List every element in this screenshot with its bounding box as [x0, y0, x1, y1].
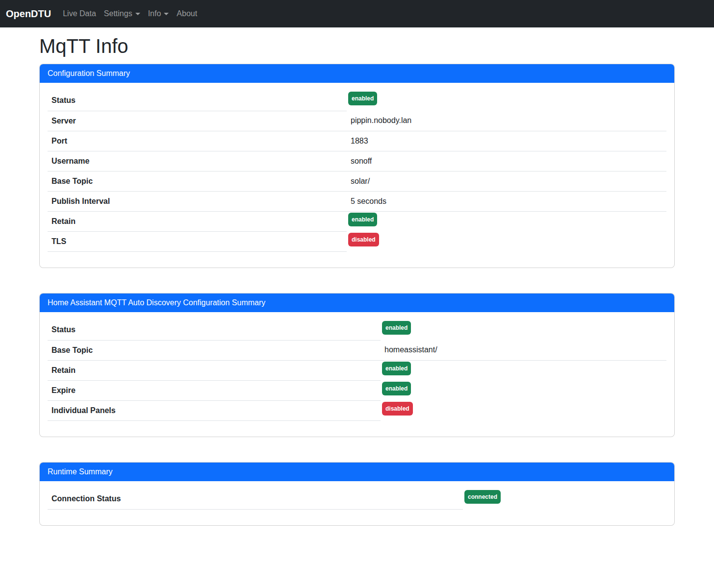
- status-badge: disabled: [348, 233, 379, 246]
- table-row: Port 1883: [48, 131, 666, 151]
- card-body: Status enabled Base Topic homeassistant/…: [40, 312, 674, 437]
- card-header: Configuration Summary: [40, 64, 674, 83]
- runtime-table: Connection Status connected: [48, 489, 666, 510]
- configuration-table: Status enabled Server pippin.nobody.lan …: [48, 91, 666, 252]
- nav-item-settings-label: Settings: [104, 9, 132, 18]
- status-badge: connected: [464, 490, 501, 504]
- table-row: Username sonoff: [48, 151, 666, 171]
- page-title: MqTT Info: [39, 34, 675, 58]
- row-value: enabled: [347, 91, 666, 111]
- nav-item-about[interactable]: About: [173, 5, 201, 22]
- table-row: TLS disabled: [48, 232, 666, 252]
- table-row: Base Topic solar/: [48, 171, 666, 191]
- row-label: Retain: [48, 360, 381, 381]
- card-body: Status enabled Server pippin.nobody.lan …: [40, 83, 674, 268]
- row-value: solar/: [347, 171, 666, 191]
- brand-opendtu[interactable]: OpenDTU: [6, 8, 51, 20]
- row-label: Individual Panels: [48, 401, 381, 421]
- row-label: Base Topic: [48, 340, 381, 360]
- row-value: enabled: [347, 211, 666, 232]
- nav-item-info-label: Info: [148, 9, 161, 18]
- table-row: Individual Panels disabled: [48, 401, 666, 421]
- status-badge: enabled: [348, 92, 377, 105]
- card-configuration-summary: Configuration Summary Status enabled Ser…: [39, 64, 675, 268]
- card-body: Connection Status connected: [40, 481, 674, 525]
- main-container: MqTT Info Configuration Summary Status e…: [39, 34, 675, 526]
- row-value: pippin.nobody.lan: [347, 111, 666, 131]
- row-label: Publish Interval: [48, 191, 347, 211]
- row-label: Base Topic: [48, 171, 347, 191]
- row-value: enabled: [381, 320, 666, 340]
- row-value: 5 seconds: [347, 191, 666, 211]
- table-row: Connection Status connected: [48, 489, 666, 509]
- table-row: Base Topic homeassistant/: [48, 340, 666, 360]
- card-header: Runtime Summary: [40, 463, 674, 481]
- row-value: disabled: [381, 401, 666, 421]
- table-row: Expire enabled: [48, 381, 666, 401]
- navbar: OpenDTU Live Data Settings Info About: [0, 0, 714, 27]
- row-label: Port: [48, 131, 347, 151]
- row-label: Expire: [48, 381, 381, 401]
- table-row: Status enabled: [48, 320, 666, 340]
- row-value: homeassistant/: [381, 340, 666, 360]
- table-row: Publish Interval 5 seconds: [48, 191, 666, 211]
- card-runtime-summary: Runtime Summary Connection Status connec…: [39, 462, 675, 526]
- row-value: enabled: [381, 381, 666, 401]
- table-row: Retain enabled: [48, 211, 666, 232]
- row-value: enabled: [381, 360, 666, 381]
- status-badge: enabled: [382, 382, 411, 395]
- row-label: TLS: [48, 232, 347, 252]
- row-value: disabled: [347, 232, 666, 252]
- nav-item-live-data[interactable]: Live Data: [59, 5, 100, 22]
- table-row: Server pippin.nobody.lan: [48, 111, 666, 131]
- ha-discovery-table: Status enabled Base Topic homeassistant/…: [48, 320, 666, 421]
- status-badge: disabled: [382, 402, 413, 416]
- table-row: Status enabled: [48, 91, 666, 111]
- status-badge: enabled: [348, 213, 377, 226]
- chevron-down-icon: [164, 13, 169, 15]
- card-header: Home Assistant MQTT Auto Discovery Confi…: [40, 294, 674, 312]
- status-badge: enabled: [382, 321, 411, 335]
- row-label: Retain: [48, 211, 347, 232]
- table-row: Retain enabled: [48, 360, 666, 381]
- nav-item-settings-dropdown[interactable]: Settings: [100, 5, 144, 22]
- row-value: connected: [463, 489, 666, 509]
- chevron-down-icon: [135, 13, 140, 15]
- nav-item-info-dropdown[interactable]: Info: [144, 5, 173, 22]
- row-label: Status: [48, 320, 381, 340]
- row-value: 1883: [347, 131, 666, 151]
- row-label: Username: [48, 151, 347, 171]
- navbar-nav: Live Data Settings Info About: [59, 5, 201, 22]
- row-label: Connection Status: [48, 489, 463, 509]
- status-badge: enabled: [382, 362, 411, 375]
- row-label: Status: [48, 91, 347, 111]
- card-ha-auto-discovery-summary: Home Assistant MQTT Auto Discovery Confi…: [39, 293, 675, 437]
- row-label: Server: [48, 111, 347, 131]
- row-value: sonoff: [347, 151, 666, 171]
